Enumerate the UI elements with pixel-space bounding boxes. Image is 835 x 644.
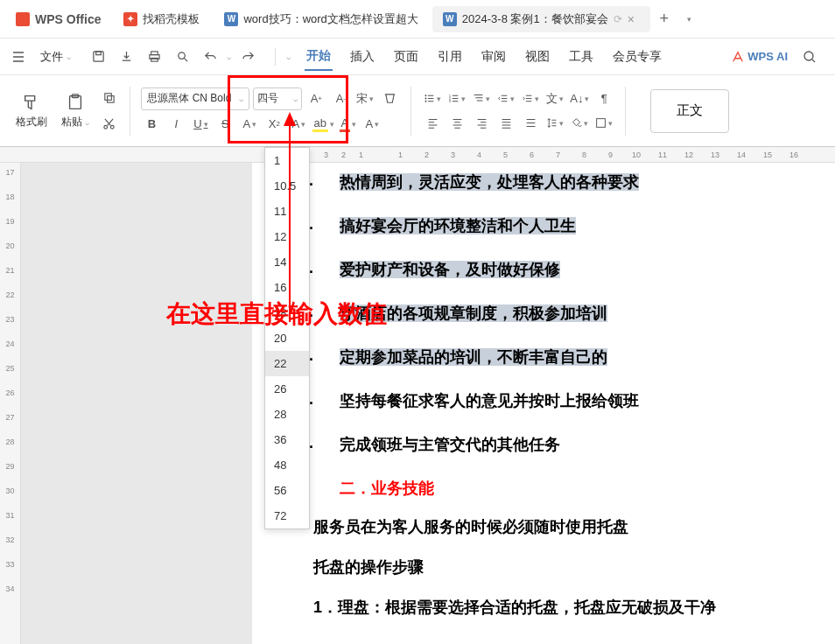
- font-size-combo[interactable]: 四号 ⌵: [253, 88, 302, 110]
- size-option[interactable]: 14: [265, 249, 309, 275]
- file-menu[interactable]: 文件 ⌵: [35, 49, 76, 65]
- document-page[interactable]: ⋮⋮ 3.热情周到，灵活应变，处埋客人的各种要求4.搞好宴会厅的环境整洁和个人卫…: [252, 163, 835, 644]
- svg-point-12: [110, 125, 114, 129]
- font-effect-button[interactable]: A: [288, 114, 309, 135]
- align-justify-button[interactable]: [495, 113, 516, 134]
- style-normal-button[interactable]: 正文: [650, 89, 729, 133]
- ribbon-tab-view[interactable]: 视图: [523, 44, 551, 70]
- tab-sync-icon: ⟳: [614, 13, 622, 25]
- ribbon-tab-page[interactable]: 页面: [392, 44, 420, 70]
- ribbon-tab-home[interactable]: 开始: [305, 43, 333, 71]
- underline-button[interactable]: U: [190, 114, 211, 135]
- tab-close-icon[interactable]: ×: [628, 13, 640, 25]
- cut-button[interactable]: [98, 114, 119, 135]
- paste-button[interactable]: 粘贴 ⌵: [56, 88, 95, 133]
- tab-menu-button[interactable]: [678, 9, 699, 30]
- size-option[interactable]: 16: [265, 275, 309, 300]
- size-option[interactable]: 72: [265, 503, 309, 528]
- tab-label: 找稻壳模板: [143, 11, 200, 27]
- bold-button[interactable]: B: [141, 114, 162, 135]
- search-button[interactable]: [798, 46, 821, 68]
- separator: [410, 87, 411, 136]
- shading-button[interactable]: [569, 113, 590, 134]
- ribbon-tab-review[interactable]: 审阅: [480, 44, 508, 70]
- multilevel-button[interactable]: [471, 88, 492, 109]
- main-menu-button[interactable]: [7, 46, 30, 68]
- title-bar: WPS Office ✦ 找稻壳模板 W word技巧：word文档怎样设置超大…: [0, 0, 835, 38]
- size-option[interactable]: 10.5: [265, 173, 309, 199]
- word-icon: W: [443, 12, 457, 26]
- border-button[interactable]: [593, 113, 614, 134]
- size-option[interactable]: 1: [265, 148, 309, 173]
- strike-button[interactable]: S: [214, 114, 235, 135]
- undo-button[interactable]: [199, 46, 221, 68]
- font-size-dropdown[interactable]: 110.511121416182022262836485672: [264, 147, 310, 529]
- print-button[interactable]: [143, 46, 165, 68]
- inc-indent-button[interactable]: [520, 88, 541, 109]
- size-option[interactable]: 12: [265, 224, 309, 249]
- char-shading-button[interactable]: A: [361, 114, 382, 135]
- list-item: 7.定期参加菜品的培训，不断丰富自己的: [287, 346, 817, 368]
- page-margin-area: [21, 163, 252, 644]
- copy-button[interactable]: [98, 88, 119, 108]
- highlight-color-button[interactable]: A: [239, 114, 260, 135]
- sort-button[interactable]: A↓: [569, 88, 590, 109]
- ruler-horizontal[interactable]: 3 2 1 1 2 3 4 5 6 7 8 9 10 11 12 13 14 1…: [0, 147, 835, 163]
- size-option[interactable]: 28: [265, 402, 309, 427]
- chevron-down-icon[interactable]: ⌵: [227, 52, 231, 61]
- tab-templates[interactable]: ✦ 找稻壳模板: [113, 6, 210, 32]
- svg-point-13: [425, 94, 427, 96]
- chevron-down-icon[interactable]: ⌵: [286, 52, 291, 61]
- size-option[interactable]: 22: [265, 351, 309, 376]
- chevron-down-icon: ⌵: [293, 94, 298, 103]
- text-highlight-button[interactable]: ab: [312, 114, 333, 135]
- text-direction-button[interactable]: 文: [544, 88, 565, 109]
- italic-button[interactable]: I: [165, 114, 186, 135]
- superscript-button[interactable]: X2: [263, 114, 284, 135]
- new-tab-button[interactable]: +: [654, 9, 675, 30]
- wps-ai-button[interactable]: WPS AI: [732, 50, 788, 63]
- export-button[interactable]: [115, 46, 137, 68]
- annotation-text: 在这里直接输入数值: [166, 298, 387, 331]
- format-painter-button[interactable]: 格式刷: [11, 88, 53, 133]
- ribbon-tab-ref[interactable]: 引用: [436, 44, 464, 70]
- bullets-button[interactable]: [422, 88, 443, 109]
- svg-rect-10: [107, 96, 114, 103]
- size-option[interactable]: 48: [265, 452, 309, 478]
- size-option[interactable]: 36: [265, 427, 309, 452]
- list-text: 热情周到，灵活应变，处埋客人的各种要求: [340, 172, 817, 192]
- size-option[interactable]: 11: [265, 199, 309, 224]
- change-case-button[interactable]: 宋: [354, 88, 375, 109]
- distribute-button[interactable]: [520, 113, 541, 134]
- size-option[interactable]: 56: [265, 478, 309, 503]
- tab-doc-1[interactable]: W word技巧：word文档怎样设置超大: [214, 6, 428, 32]
- preview-button[interactable]: [171, 46, 193, 68]
- ruler-vertical[interactable]: 171819202122232425262728293031323334: [0, 163, 21, 644]
- dec-indent-button[interactable]: [495, 88, 516, 109]
- ribbon-tab-insert[interactable]: 插入: [348, 44, 376, 70]
- font-name-combo[interactable]: 思源黑体 CN Bold ⌵: [141, 88, 249, 110]
- size-option[interactable]: 26: [265, 376, 309, 402]
- font-color-button[interactable]: A: [337, 114, 358, 135]
- paste-label: 粘贴 ⌵: [61, 115, 89, 130]
- clipboard-icon: [65, 92, 86, 113]
- show-marks-button[interactable]: ¶: [593, 88, 614, 109]
- grow-font-button[interactable]: A+: [305, 88, 326, 109]
- shrink-font-button[interactable]: A-: [330, 88, 351, 109]
- align-right-button[interactable]: [471, 113, 492, 134]
- line-spacing-button[interactable]: [544, 113, 565, 134]
- svg-text:3: 3: [449, 99, 452, 103]
- ribbon-tab-tools[interactable]: 工具: [567, 44, 595, 70]
- numbering-button[interactable]: 123: [446, 88, 467, 109]
- tab-doc-2[interactable]: W 2024-3-8 案例1：餐饮部宴会 ⟳ ×: [432, 6, 650, 32]
- separator: [130, 87, 130, 136]
- svg-point-15: [425, 101, 427, 102]
- clear-format-button[interactable]: [379, 88, 400, 109]
- tab-label: 2024-3-8 案例1：餐饮部宴会: [462, 11, 608, 27]
- align-center-button[interactable]: [446, 113, 467, 134]
- align-left-button[interactable]: [422, 113, 443, 134]
- redo-button[interactable]: [236, 46, 259, 68]
- save-button[interactable]: [87, 46, 109, 68]
- ribbon-tab-vip[interactable]: 会员专享: [611, 44, 663, 70]
- svg-rect-0: [93, 52, 102, 61]
